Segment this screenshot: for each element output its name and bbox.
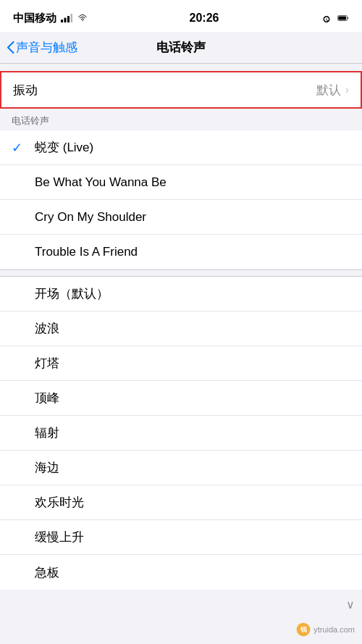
vibration-label: 振动 [13, 82, 38, 99]
vibration-section: 振动 默认 › [0, 71, 362, 109]
svg-rect-3 [71, 14, 73, 22]
status-carrier: 中国移动 [13, 12, 88, 25]
list-item[interactable]: ✓ 蜕变 (Live) [0, 130, 362, 165]
page-title: 电话铃声 [156, 39, 206, 56]
group-separator [0, 269, 362, 277]
chevron-left-icon [7, 41, 14, 54]
ringtone-label: 缓慢上升 [35, 529, 350, 545]
scroll-hint: ∨ [346, 598, 355, 611]
checkmark-placeholder: ✓ [12, 495, 29, 511]
checkmark-placeholder: ✓ [12, 530, 29, 545]
status-right [320, 14, 349, 22]
vibration-row[interactable]: 振动 默认 › [1, 72, 361, 107]
section-label: 电话铃声 [0, 109, 362, 130]
svg-point-4 [82, 20, 83, 22]
checkmark-placeholder: ✓ [12, 321, 29, 337]
ringtone-label: 开场（默认） [35, 285, 350, 302]
wifi-icon [77, 14, 88, 22]
ringtone-label: 顶峰 [35, 390, 350, 406]
list-item[interactable]: ✓ 欢乐时光 [0, 485, 362, 520]
svg-rect-6 [338, 16, 346, 20]
svg-rect-1 [64, 18, 67, 23]
ringtone-label: 灯塔 [35, 355, 350, 372]
ringtone-label: 海边 [35, 459, 350, 476]
ringtone-label: 波浪 [35, 320, 350, 337]
watermark-text: ytruida.com [313, 625, 355, 634]
list-item[interactable]: ✓ Be What You Wanna Be [0, 165, 362, 200]
svg-rect-2 [67, 16, 70, 22]
list-item[interactable]: ✓ 辐射 [0, 416, 362, 451]
checkmark-placeholder: ✓ [12, 286, 29, 302]
ringtone-label: Cry On My Shoulder [35, 210, 350, 225]
checkmark-icon: ✓ [12, 140, 29, 156]
ringtone-label: 欢乐时光 [35, 494, 350, 511]
checkmark-placeholder: ✓ [12, 564, 29, 580]
status-bar: 中国移动 20:26 [0, 0, 362, 32]
vibration-chevron-icon: › [345, 83, 349, 96]
ringtone-label: Be What You Wanna Be [35, 175, 350, 190]
alarm-icon [320, 14, 333, 22]
checkmark-placeholder: ✓ [12, 425, 29, 441]
checkmark-placeholder: ✓ [12, 175, 29, 191]
ringtone-label: 辐射 [35, 425, 350, 441]
ringtone-label: Trouble Is A Friend [35, 245, 350, 259]
list-item[interactable]: ✓ Cry On My Shoulder [0, 200, 362, 235]
list-item[interactable]: ✓ 灯塔 [0, 346, 362, 381]
checkmark-placeholder: ✓ [12, 209, 29, 225]
ringtone-label: 急板 [35, 564, 350, 581]
list-item[interactable]: ✓ 开场（默认） [0, 277, 362, 311]
status-time: 20:26 [190, 12, 219, 25]
vibration-value: 默认 [316, 82, 341, 99]
checkmark-placeholder: ✓ [12, 460, 29, 476]
watermark: 锐 ytruida.com [296, 622, 355, 637]
checkmark-placeholder: ✓ [12, 356, 29, 372]
custom-ringtones-section: ✓ 蜕变 (Live) ✓ Be What You Wanna Be ✓ Cry… [0, 130, 362, 269]
back-button[interactable]: 声音与触感 [7, 39, 77, 56]
ringtone-label: 蜕变 (Live) [35, 139, 350, 156]
list-item[interactable]: ✓ 顶峰 [0, 381, 362, 416]
standard-ringtones-section: ✓ 开场（默认） ✓ 波浪 ✓ 灯塔 ✓ 顶峰 ✓ 辐射 ✓ 海边 ✓ 欢乐时光… [0, 277, 362, 590]
list-item[interactable]: ✓ 海边 [0, 451, 362, 485]
svg-text:锐: 锐 [300, 626, 308, 633]
list-item[interactable]: ✓ 急板 [0, 555, 362, 590]
vibration-value-area: 默认 › [316, 82, 349, 99]
nav-bar: 声音与触感 电话铃声 [0, 32, 362, 64]
list-item[interactable]: ✓ 缓慢上升 [0, 520, 362, 555]
list-item[interactable]: ✓ 波浪 [0, 311, 362, 346]
svg-rect-0 [61, 20, 63, 22]
watermark-icon: 锐 [296, 622, 311, 637]
signal-icon [61, 14, 72, 22]
battery-icon [337, 14, 349, 22]
checkmark-placeholder: ✓ [12, 244, 29, 260]
list-item[interactable]: ✓ Trouble Is A Friend [0, 235, 362, 269]
checkmark-placeholder: ✓ [12, 390, 29, 406]
